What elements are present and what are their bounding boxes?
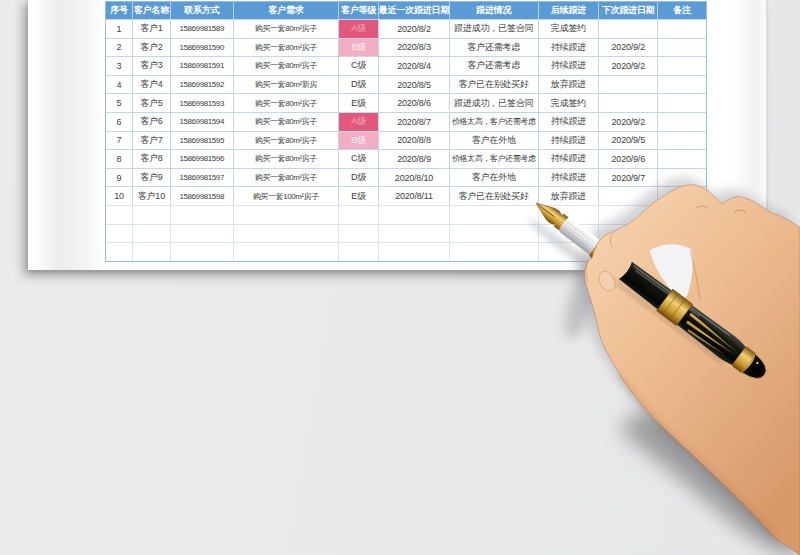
right-hand	[585, 185, 800, 555]
desk-background: 序号客户名称联系方式客户需求客户等级最近一次跟进日期跟进情况后续跟进下次跟进日期…	[0, 0, 800, 555]
hand-pen-overlay	[0, 0, 800, 555]
